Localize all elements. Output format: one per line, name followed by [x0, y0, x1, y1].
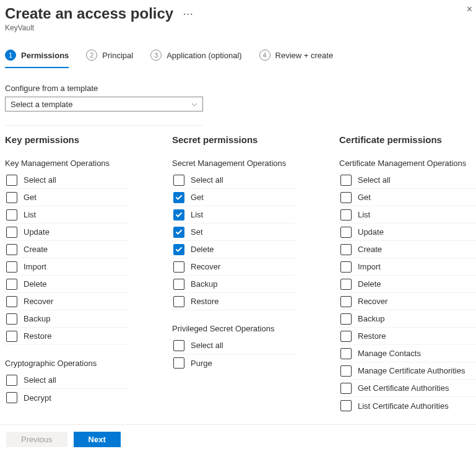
checkbox-row[interactable]: Import	[339, 258, 476, 276]
more-icon[interactable]: ···	[183, 9, 194, 19]
checkbox-row[interactable]: Select all	[339, 172, 476, 189]
template-label: Configure from a template	[5, 84, 471, 93]
checkbox-row[interactable]: Get Certificate Authorities	[339, 380, 476, 397]
checkbox[interactable]	[340, 296, 352, 307]
checkbox[interactable]	[340, 400, 352, 411]
tab-review-create[interactable]: 4Review + create	[259, 50, 334, 68]
checkbox[interactable]	[340, 383, 352, 394]
checkbox-label: Update	[358, 227, 384, 237]
checkbox[interactable]	[173, 244, 184, 255]
group-label: Privileged Secret Operations	[172, 324, 326, 333]
checkbox-row[interactable]: Get	[339, 189, 476, 206]
checkbox-row[interactable]: Decrypt	[5, 389, 129, 406]
checkbox[interactable]	[6, 296, 17, 307]
checkbox[interactable]	[340, 313, 352, 325]
checkbox-row[interactable]: Backup	[339, 310, 476, 328]
divider	[5, 125, 203, 126]
checkbox[interactable]	[6, 392, 17, 403]
checkbox-label: List	[358, 210, 370, 219]
checkbox[interactable]	[6, 375, 17, 386]
checkbox-row[interactable]: List	[172, 206, 296, 224]
checkbox-label: Restore	[358, 331, 386, 341]
checkbox-row[interactable]: Recover	[5, 293, 129, 310]
checkbox-row[interactable]: Backup	[172, 276, 296, 293]
checkbox-row[interactable]: Purge	[172, 354, 296, 372]
checkbox[interactable]	[340, 348, 352, 359]
checkbox-row[interactable]: List	[5, 206, 129, 224]
checkbox-row[interactable]: Set	[172, 224, 296, 241]
checkbox[interactable]	[340, 331, 352, 342]
checkbox[interactable]	[6, 313, 17, 325]
checkbox[interactable]	[340, 261, 352, 273]
checkbox-row[interactable]: Restore	[339, 328, 476, 345]
checkbox-row[interactable]: Select all	[5, 372, 129, 389]
checkbox-row[interactable]: Import	[5, 258, 129, 276]
checkbox[interactable]	[340, 279, 352, 290]
checkbox-row[interactable]: Select all	[172, 337, 296, 354]
checkbox-label: Delete	[191, 245, 214, 254]
checkbox-row[interactable]: Delete	[5, 276, 129, 293]
checkbox[interactable]	[6, 244, 17, 255]
column-title: Certificate permissions	[339, 134, 476, 145]
tab-label: Principal	[102, 51, 133, 60]
checkbox-label: Restore	[191, 297, 219, 306]
checkbox-row[interactable]: Create	[5, 241, 129, 258]
checkbox[interactable]	[340, 365, 352, 377]
checkbox-label: Restore	[24, 331, 52, 341]
tab-principal[interactable]: 2Principal	[86, 50, 133, 68]
checkbox[interactable]	[6, 279, 17, 290]
checkbox-label: Delete	[24, 279, 47, 289]
checkbox[interactable]	[340, 192, 352, 203]
checkbox[interactable]	[173, 340, 184, 351]
tab-permissions[interactable]: 1Permissions	[5, 50, 69, 68]
checkbox-row[interactable]: Delete	[172, 241, 296, 258]
next-button[interactable]: Next	[74, 432, 121, 447]
checkbox-row[interactable]: List Certificate Authorities	[339, 397, 476, 414]
checkbox[interactable]	[173, 227, 184, 238]
checkbox-row[interactable]: Update	[339, 224, 476, 241]
checkbox[interactable]	[6, 175, 17, 186]
checkbox-row[interactable]: Get	[5, 189, 129, 206]
checkbox-row[interactable]: Select all	[5, 172, 129, 189]
checkbox[interactable]	[173, 175, 184, 186]
checkbox-row[interactable]: Manage Certificate Authorities	[339, 362, 476, 380]
checkbox-label: Select all	[358, 175, 391, 185]
checkbox-row[interactable]: Backup	[5, 310, 129, 328]
checkbox-row[interactable]: Restore	[172, 293, 296, 310]
checkbox[interactable]	[6, 227, 17, 238]
checkbox-row[interactable]: Recover	[339, 293, 476, 310]
checkbox-row[interactable]: Restore	[5, 328, 129, 345]
checkbox[interactable]	[340, 227, 352, 238]
checkbox[interactable]	[6, 331, 17, 342]
checkbox-row[interactable]: Delete	[339, 276, 476, 293]
checkbox[interactable]	[340, 175, 352, 186]
group-label: Secret Management Operations	[172, 159, 326, 168]
checkbox-label: Select all	[191, 341, 223, 350]
checkbox[interactable]	[173, 209, 184, 220]
checkbox[interactable]	[173, 192, 184, 203]
checkbox[interactable]	[173, 296, 184, 307]
checkbox[interactable]	[6, 209, 17, 220]
checkbox-row[interactable]: List	[339, 206, 476, 224]
checkbox[interactable]	[173, 357, 184, 369]
close-icon[interactable]: ×	[467, 4, 472, 15]
checkbox[interactable]	[173, 279, 184, 290]
checkbox[interactable]	[173, 261, 184, 273]
checkbox[interactable]	[340, 209, 352, 220]
checkbox-label: Get	[24, 193, 37, 202]
checkbox[interactable]	[6, 192, 17, 203]
previous-button[interactable]: Previous	[6, 432, 67, 447]
checkbox[interactable]	[340, 244, 352, 255]
group-label: Certificate Management Operations	[339, 159, 476, 168]
checkbox-row[interactable]: Update	[5, 224, 129, 241]
checkbox[interactable]	[6, 261, 17, 273]
tab-application-optional-[interactable]: 3Application (optional)	[150, 50, 241, 68]
checkbox-row[interactable]: Create	[339, 241, 476, 258]
checkbox-row[interactable]: Recover	[172, 258, 296, 276]
checkbox-row[interactable]: Get	[172, 189, 296, 206]
checkbox-label: List	[191, 210, 203, 219]
template-select[interactable]: Select a template	[5, 97, 203, 111]
permissions-column: Secret permissionsSecret Management Oper…	[172, 134, 326, 414]
checkbox-row[interactable]: Select all	[172, 172, 296, 189]
checkbox-row[interactable]: Manage Contacts	[339, 345, 476, 362]
